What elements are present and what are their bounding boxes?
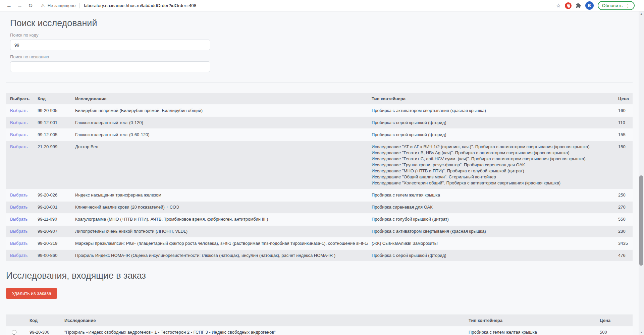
select-study-link[interactable]: Выбрать [10, 217, 28, 222]
study-price: 270 [614, 202, 633, 214]
study-price: 150 [614, 141, 633, 189]
study-code: 99-20-319 [34, 238, 71, 250]
update-button-label: Обновить [602, 3, 623, 8]
results-row: Выбрать99-20-026Индекс насыщения трансфе… [6, 189, 633, 202]
container-line: Пробирка с активатором свертывания (крас… [372, 108, 610, 114]
results-row: Выбрать21-20-999Доктор ВенИсследование "… [6, 141, 633, 189]
header-price: Цена [614, 93, 633, 105]
study-price: 250 [614, 189, 633, 202]
container-line: Исследование "Гепатит C, anti-HCV сумм. … [372, 156, 610, 162]
select-study-link[interactable]: Выбрать [10, 229, 28, 234]
order-item-radio[interactable] [12, 330, 16, 335]
header-study: Исследование [60, 315, 465, 327]
container-line: Исследование "Группа крови, резус-фактор… [372, 162, 610, 168]
results-row: Выбрать99-20-905Билирубин непрямой (Били… [6, 105, 633, 117]
order-items-table: Код Исследование Тип контейнера Цена 99-… [6, 315, 633, 335]
container-type: Пробирка с активатором свертывания (крас… [368, 105, 614, 117]
container-line: Пробирка с голубой крышкой (цитрат) [372, 216, 610, 222]
scrollbar-thumb[interactable] [639, 175, 643, 266]
container-line: Исследование "АТ и АГ к ВИЧ 1/2 (скринин… [372, 144, 610, 150]
study-name: Липопротеины очень низкой плотности (ЛПО… [71, 226, 368, 238]
header-select: Выбрать [6, 93, 34, 105]
header-container: Тип контейнера [368, 93, 614, 105]
study-name: Глюкозотолерантный тест (0-60-120) [71, 129, 368, 141]
page-title: Поиск исследований [10, 11, 633, 29]
remove-from-order-button[interactable]: Удалить из заказа [6, 288, 57, 299]
select-study-link[interactable]: Выбрать [10, 241, 28, 246]
address-bar[interactable]: ⚠ Не защищено laboratory.название.hhos.r… [37, 3, 554, 8]
study-price: 230 [614, 226, 633, 238]
order-study-name: "Профиль «Индекс свободных андрогенов» 1… [60, 327, 465, 335]
study-code: 99-20-026 [34, 189, 71, 202]
study-code: 99-11-090 [34, 214, 71, 226]
results-row: Выбрать99-11-090Коагулограмма (МНО (+ПТВ… [6, 214, 633, 226]
name-search-label: Поиск по названию [10, 54, 633, 59]
update-browser-button[interactable]: Обновить ⋮ [598, 1, 635, 10]
container-line: (ЖК) Сыв-ка!Аликв! Заморозить! [372, 240, 610, 246]
order-section-title: Исследования, входящие в заказ [6, 271, 633, 281]
reload-icon[interactable]: ↻ [26, 1, 35, 10]
forward-icon[interactable]: → [15, 1, 24, 10]
page-content: Поиск исследований Поиск по коду Поиск п… [0, 11, 639, 335]
select-study-link[interactable]: Выбрать [10, 132, 28, 137]
container-type: Пробирка с серой крышкой (фторид) [368, 250, 614, 262]
study-code: 99-12-005 [34, 129, 71, 141]
back-icon[interactable]: ← [5, 1, 13, 10]
study-name: Индекс насыщения трансферина железом [71, 189, 368, 202]
container-line: Пробирка с активатором свертывания (крас… [372, 228, 610, 234]
name-search-input[interactable] [10, 61, 210, 72]
select-study-link[interactable]: Выбрать [10, 144, 28, 149]
study-price: 550 [614, 214, 633, 226]
container-line: Пробирка с серой крышкой (фторид) [372, 253, 610, 259]
select-study-link[interactable]: Выбрать [10, 192, 28, 198]
select-study-link[interactable]: Выбрать [10, 108, 28, 113]
study-code: 21-20-999 [34, 141, 71, 189]
container-line: Исследование "Общий анализ мочи". Стерил… [372, 174, 610, 180]
results-row: Выбрать99-12-005Глюкозотолерантный тест … [6, 129, 633, 141]
header-code: Код [34, 93, 71, 105]
study-code: 99-00-860 [34, 250, 71, 262]
container-type: Пробирка с голубой крышкой (цитрат) [368, 214, 614, 226]
container-type: Пробирка с серой крышкой (фторид) [368, 129, 614, 141]
study-code: 99-12-001 [34, 117, 71, 129]
container-type: (ЖК) Сыв-ка!Аликв! Заморозить! [368, 238, 614, 250]
select-study-link[interactable]: Выбрать [10, 205, 28, 210]
results-row: Выбрать99-00-860Профиль Индекс HOMA-IR (… [6, 250, 633, 262]
study-price: 160 [614, 105, 633, 117]
study-price: 3435 [614, 238, 633, 250]
order-container-type: Пробирка с гелем желтая крышка [465, 327, 596, 335]
profile-avatar[interactable]: B [585, 1, 594, 10]
url-text[interactable]: laboratory.название.hhos.ru/lab/addOrder… [84, 3, 196, 8]
scroll-down-icon[interactable]: ▼ [639, 331, 644, 334]
results-row: Выбрать99-20-319Маркеры преэклампсии: Pl… [6, 238, 633, 250]
results-row: Выбрать99-10-001Клинический анализ крови… [6, 202, 633, 214]
container-line: Исследование "МНО (+ПТВ и ПТИ)". Пробирк… [372, 168, 610, 174]
page-scrollbar[interactable]: ▲ ▼ [639, 11, 644, 335]
select-study-link[interactable]: Выбрать [10, 253, 28, 258]
header-radio [6, 315, 25, 327]
search-section: Поиск исследований Поиск по коду Поиск п… [10, 11, 633, 72]
study-name: Коагулограмма (МНО (+ПТВ и ПТИ), АЧТВ, Т… [71, 214, 368, 226]
container-type: Исследование "АТ и АГ к ВИЧ 1/2 (скринин… [368, 141, 614, 189]
study-name: Клинический анализ крови (20 показателей… [71, 202, 368, 214]
study-name: Доктор Вен [71, 141, 368, 189]
code-search-input[interactable] [10, 40, 210, 50]
menu-dots-icon[interactable]: ⋮ [626, 3, 630, 8]
extensions-puzzle-icon[interactable] [576, 3, 581, 8]
study-price: 110 [614, 117, 633, 129]
container-line: Пробирка с серой крышкой (фторид) [372, 120, 610, 126]
container-type: Пробирка с активатором свертывания (крас… [368, 226, 614, 238]
scroll-up-icon[interactable]: ▲ [639, 12, 644, 15]
adblock-icon[interactable] [565, 2, 572, 9]
study-name: Билирубин непрямой (Билирубин прямой, Би… [71, 105, 368, 117]
study-code: 99-20-905 [34, 105, 71, 117]
select-study-link[interactable]: Выбрать [10, 120, 28, 125]
search-results-table: Выбрать Код Исследование Тип контейнера … [6, 93, 633, 262]
order-code: 99-20-300 [25, 327, 60, 335]
header-container: Тип контейнера [465, 315, 596, 327]
study-code: 99-20-907 [34, 226, 71, 238]
security-label[interactable]: Не защищено [48, 3, 76, 8]
bookmark-star-icon[interactable]: ☆ [556, 2, 561, 9]
results-row: Выбрать99-20-907Липопротеины очень низко… [6, 226, 633, 238]
study-price: 155 [614, 129, 633, 141]
